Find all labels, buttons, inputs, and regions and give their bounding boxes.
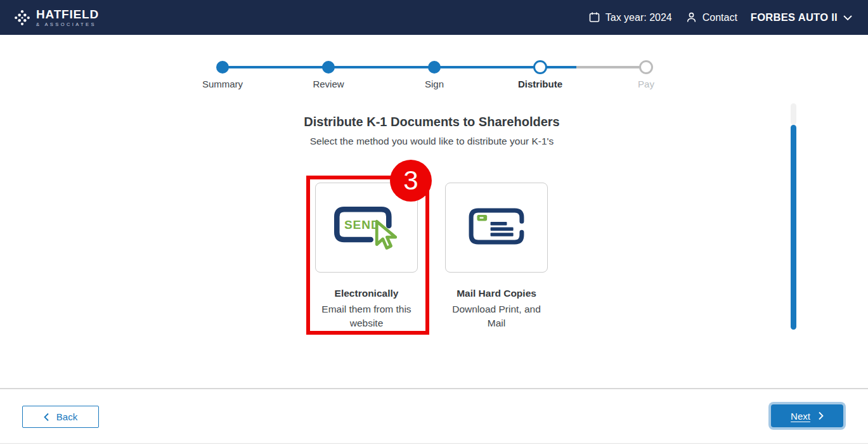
- step-label-review[interactable]: Review: [284, 79, 373, 89]
- tax-year-label: Tax year: 2024: [606, 12, 672, 23]
- option-desc-mail-hard-copies: Download Print, and Mail: [445, 302, 548, 330]
- chevron-right-icon: [818, 411, 824, 420]
- footer-divider: [0, 388, 868, 389]
- navbar-right: Tax year: 2024 Contact FORBES AUTO II: [588, 11, 853, 23]
- contact-link[interactable]: Contact: [685, 11, 737, 23]
- step-dot-summary[interactable]: [216, 61, 229, 74]
- stepper-remaining-line: [576, 66, 646, 68]
- wizard-stepper: Summary Review Sign Distribute Pay: [0, 61, 868, 94]
- step-dot-review[interactable]: [322, 61, 335, 74]
- back-button-label: Back: [56, 411, 77, 422]
- scrollbar-thumb[interactable]: [791, 125, 796, 330]
- page-subtitle: Select the method you would like to dist…: [0, 136, 864, 147]
- option-card-electronically[interactable]: SEND: [315, 183, 418, 273]
- contact-label: Contact: [703, 12, 737, 23]
- step-label-sign[interactable]: Sign: [390, 79, 479, 89]
- next-button[interactable]: Next: [771, 404, 843, 427]
- step-label-summary[interactable]: Summary: [178, 79, 267, 89]
- send-cursor-icon: SEND: [327, 198, 406, 257]
- step-dot-distribute[interactable]: [533, 60, 547, 74]
- account-name: FORBES AUTO II: [751, 11, 838, 23]
- account-menu[interactable]: FORBES AUTO II: [751, 11, 853, 23]
- tax-year-selector[interactable]: Tax year: 2024: [588, 11, 672, 23]
- scrollbar-track[interactable]: [791, 103, 796, 125]
- bottom-divider: [0, 443, 868, 444]
- mail-hard-copy-icon: [464, 203, 529, 252]
- next-button-label: Next: [791, 411, 810, 422]
- chevron-left-icon: [44, 413, 49, 422]
- option-title-electronically: Electronically: [303, 288, 430, 299]
- step-label-distribute[interactable]: Distribute: [496, 79, 585, 89]
- calendar-icon: [588, 11, 600, 23]
- brand-subtitle: & ASSOCIATES: [36, 22, 99, 27]
- step-dot-sign[interactable]: [428, 61, 441, 74]
- back-button[interactable]: Back: [22, 406, 99, 428]
- brand-logo-icon: [14, 10, 30, 26]
- option-desc-electronically: Email them from this website: [309, 302, 424, 330]
- brand-logo[interactable]: HATFIELD & ASSOCIATES: [14, 8, 99, 27]
- person-icon: [685, 11, 697, 23]
- option-title-mail-hard-copies: Mail Hard Copies: [433, 288, 560, 299]
- chevron-down-icon: [843, 15, 853, 21]
- brand-name: HATFIELD: [36, 8, 99, 20]
- page-title: Distribute K-1 Documents to Shareholders: [0, 115, 864, 129]
- step-label-pay: Pay: [602, 79, 690, 89]
- top-navbar: HATFIELD & ASSOCIATES Tax year: 2024: [0, 0, 868, 35]
- stepper-progress-line: [223, 66, 540, 68]
- step-dot-pay: [639, 60, 653, 74]
- send-icon-label: SEND: [344, 218, 380, 231]
- option-card-mail-hard-copies[interactable]: [445, 183, 548, 273]
